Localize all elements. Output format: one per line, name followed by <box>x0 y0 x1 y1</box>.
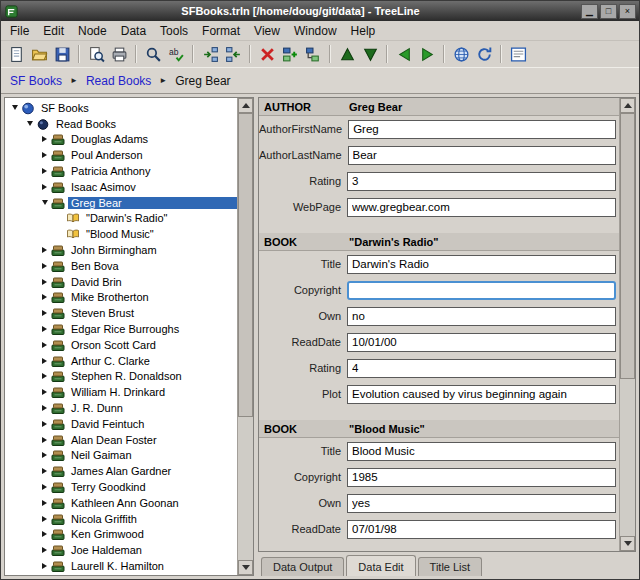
tree-item-john-birmingham[interactable]: John Birmingham <box>5 242 237 258</box>
breadcrumb-item-sf-books[interactable]: SF Books <box>10 74 62 88</box>
next-node-icon[interactable] <box>416 43 438 65</box>
expand-arrow-icon[interactable] <box>39 545 50 555</box>
expand-arrow-icon[interactable] <box>39 514 50 524</box>
tree-item-robert-a-heinlein[interactable]: Robert A. Heinlein <box>5 574 237 575</box>
expand-arrow-icon[interactable] <box>39 308 50 318</box>
tree-scrollbar[interactable] <box>237 98 253 575</box>
tree-item-edgar-rice-burroughs[interactable]: Edgar Rice Burroughs <box>5 321 237 337</box>
move-up-icon[interactable] <box>336 43 358 65</box>
tab-data-edit[interactable]: Data Edit <box>346 555 415 576</box>
expand-arrow-icon[interactable] <box>39 261 50 271</box>
menu-node[interactable]: Node <box>71 22 114 40</box>
authorlastname-input[interactable] <box>348 146 616 165</box>
menu-edit[interactable]: Edit <box>36 22 71 40</box>
tree-item-stephen-r-donaldson[interactable]: Stephen R. Donaldson <box>5 369 237 385</box>
tree-scroll-thumb[interactable] <box>238 113 253 417</box>
copyright-input[interactable] <box>347 468 616 487</box>
minimize-button[interactable]: ▁ <box>581 4 598 19</box>
tree-item-blood-music[interactable]: "Blood Music" <box>5 226 237 242</box>
readdate-input[interactable] <box>347 520 616 539</box>
new-file-icon[interactable] <box>5 43 27 65</box>
tree-item-j-r-dunn[interactable]: J. R. Dunn <box>5 400 237 416</box>
refresh-icon[interactable] <box>473 43 495 65</box>
title-input[interactable] <box>347 255 616 274</box>
move-down-icon[interactable] <box>359 43 381 65</box>
insert-sibling-icon[interactable] <box>279 43 301 65</box>
expand-arrow-icon[interactable] <box>24 119 35 129</box>
tree-item-neil-gaiman[interactable]: Neil Gaiman <box>5 448 237 464</box>
tree-item-joe-haldeman[interactable]: Joe Haldeman <box>5 542 237 558</box>
expand-arrow-icon[interactable] <box>39 482 50 492</box>
print-icon[interactable] <box>108 43 130 65</box>
open-file-icon[interactable] <box>28 43 50 65</box>
delete-node-icon[interactable] <box>256 43 278 65</box>
tree-item-read-books[interactable]: Read Books <box>5 116 237 132</box>
menu-file[interactable]: File <box>3 22 36 40</box>
menu-help[interactable]: Help <box>344 22 383 40</box>
expand-arrow-icon[interactable] <box>39 498 50 508</box>
breadcrumb-item-greg-bear[interactable]: Greg Bear <box>175 74 230 88</box>
tree-item-david-feintuch[interactable]: David Feintuch <box>5 416 237 432</box>
form-scrollbar[interactable] <box>619 98 635 551</box>
expand-arrow-icon[interactable] <box>39 561 50 571</box>
expand-arrow-icon[interactable] <box>39 134 50 144</box>
insert-child-icon[interactable] <box>302 43 324 65</box>
expand-arrow-icon[interactable] <box>39 150 50 160</box>
tree-item-alan-dean-foster[interactable]: Alan Dean Foster <box>5 432 237 448</box>
tab-data-output[interactable]: Data Output <box>261 557 344 576</box>
menu-view[interactable]: View <box>247 22 287 40</box>
spell-check-icon[interactable]: ab <box>165 43 187 65</box>
rating-input[interactable] <box>347 172 616 191</box>
own-input[interactable] <box>347 307 616 326</box>
expand-arrow-icon[interactable] <box>39 182 50 192</box>
expand-arrow-icon[interactable] <box>39 466 50 476</box>
scroll-down-icon[interactable] <box>238 560 253 575</box>
expand-arrow-icon[interactable] <box>39 198 50 208</box>
tree-scroll-track[interactable] <box>238 113 253 560</box>
tree-item-isaac-asimov[interactable]: Isaac Asimov <box>5 179 237 195</box>
scroll-down-icon[interactable] <box>620 536 635 551</box>
breadcrumb-item-read-books[interactable]: Read Books <box>86 74 151 88</box>
maximize-button[interactable]: □ <box>600 4 617 19</box>
rating-input[interactable] <box>347 359 616 378</box>
expand-arrow-icon[interactable] <box>39 356 50 366</box>
tree-item-nicola-griffith[interactable]: Nicola Griffith <box>5 511 237 527</box>
tree-item-orson-scott-card[interactable]: Orson Scott Card <box>5 337 237 353</box>
authorfirstname-input[interactable] <box>348 120 616 139</box>
toggle-data-editor-icon[interactable] <box>507 43 529 65</box>
tab-title-list[interactable]: Title List <box>418 557 483 576</box>
webpage-input[interactable] <box>347 198 616 217</box>
copyright-input[interactable] <box>347 281 616 300</box>
expand-arrow-icon[interactable] <box>39 435 50 445</box>
expand-arrow-icon[interactable] <box>39 340 50 350</box>
find-icon[interactable] <box>142 43 164 65</box>
expand-arrow-icon[interactable] <box>39 166 50 176</box>
menu-window[interactable]: Window <box>287 22 344 40</box>
outdent-node-icon[interactable] <box>222 43 244 65</box>
menu-tools[interactable]: Tools <box>153 22 195 40</box>
readdate-input[interactable] <box>347 333 616 352</box>
expand-arrow-icon[interactable] <box>39 419 50 429</box>
close-button[interactable]: × <box>619 4 636 19</box>
tree-item-arthur-c-clarke[interactable]: Arthur C. Clarke <box>5 353 237 369</box>
tree-item-ben-bova[interactable]: Ben Bova <box>5 258 237 274</box>
expand-arrow-icon[interactable] <box>9 103 20 113</box>
tree-item-kathleen-ann-goonan[interactable]: Kathleen Ann Goonan <box>5 495 237 511</box>
title-input[interactable] <box>347 442 616 461</box>
menu-format[interactable]: Format <box>195 22 247 40</box>
expand-arrow-icon[interactable] <box>39 529 50 539</box>
expand-arrow-icon[interactable] <box>39 387 50 397</box>
tree-item-steven-brust[interactable]: Steven Brust <box>5 305 237 321</box>
form-scroll-thumb[interactable] <box>620 113 635 379</box>
save-file-icon[interactable] <box>51 43 73 65</box>
scroll-up-icon[interactable] <box>620 98 635 113</box>
title-bar[interactable]: SFBooks.trln [/home/doug/git/data] - Tre… <box>1 1 639 21</box>
expand-arrow-icon[interactable] <box>39 403 50 413</box>
form-scroll-track[interactable] <box>620 113 635 536</box>
tree-item-greg-bear[interactable]: Greg Bear <box>5 195 237 211</box>
tree-item-terry-goodkind[interactable]: Terry Goodkind <box>5 479 237 495</box>
expand-arrow-icon[interactable] <box>39 277 50 287</box>
own-input[interactable] <box>347 494 616 513</box>
tree-item-patricia-anthony[interactable]: Patricia Anthony <box>5 163 237 179</box>
tree-item-sf-books[interactable]: SF Books <box>5 100 237 116</box>
